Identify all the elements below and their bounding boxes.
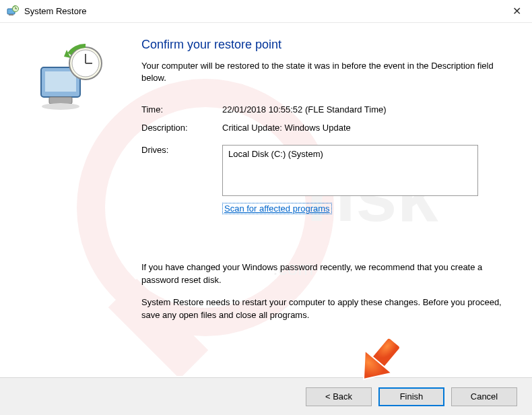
close-icon: ✕: [512, 5, 521, 18]
drives-listbox[interactable]: Local Disk (C:) (System): [222, 145, 478, 196]
system-restore-icon: [7, 5, 19, 18]
close-button[interactable]: ✕: [501, 1, 532, 22]
svg-rect-8: [45, 71, 76, 92]
page-heading: Confirm your restore point: [141, 38, 505, 52]
restore-illustration-icon: [37, 42, 111, 116]
scan-affected-programs-link[interactable]: Scan for affected programs: [222, 203, 332, 214]
description-value: Critical Update: Windows Update: [222, 123, 505, 133]
description-label: Description:: [141, 123, 222, 133]
titlebar: System Restore ✕: [0, 0, 532, 23]
time-label: Time:: [141, 104, 222, 115]
drives-value: Local Disk (C:) (System): [228, 149, 323, 159]
password-note: If you have changed your Windows passwor…: [141, 261, 505, 287]
svg-rect-5: [9, 14, 13, 15]
wizard-footer: < Back Finish Cancel: [0, 377, 532, 415]
time-value: 22/01/2018 10:55:52 (FLE Standard Time): [222, 104, 505, 115]
svg-point-10: [42, 103, 79, 110]
back-button[interactable]: < Back: [306, 387, 372, 406]
drives-label: Drives:: [141, 145, 222, 155]
finish-button[interactable]: Finish: [378, 387, 444, 406]
cancel-button[interactable]: Cancel: [451, 387, 517, 406]
restart-note: System Restore needs to restart your com…: [141, 296, 505, 322]
window-title: System Restore: [24, 6, 86, 16]
intro-text: Your computer will be restored to the st…: [141, 60, 505, 84]
svg-rect-16: [371, 337, 401, 368]
svg-rect-9: [49, 97, 72, 104]
